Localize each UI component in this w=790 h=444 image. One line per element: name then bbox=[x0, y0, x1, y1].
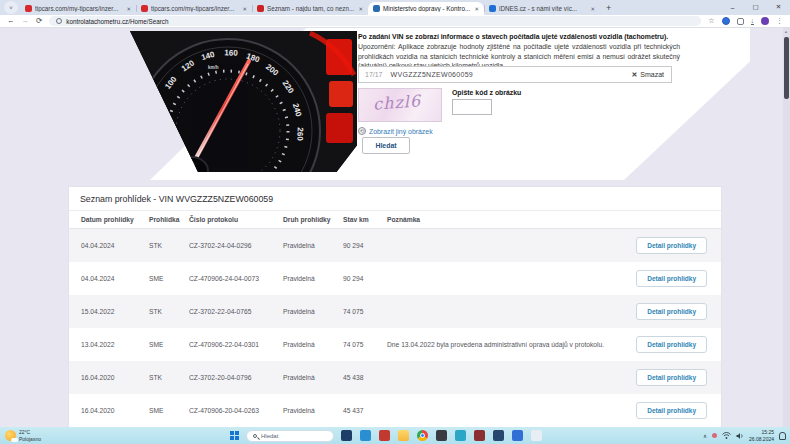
close-button[interactable]: ✕ bbox=[767, 0, 790, 14]
cell-station: STK bbox=[145, 361, 185, 394]
taskbar-center: Hledat bbox=[230, 430, 542, 442]
vin-info-heading: Po zadání VIN se zobrazí informace o sta… bbox=[358, 33, 680, 42]
tab-favicon bbox=[489, 5, 496, 12]
col-datum: Datum prohlídky bbox=[69, 211, 145, 229]
browser-tab-4[interactable]: Ministerstvo dopravy - Kontro...✕ bbox=[368, 2, 484, 15]
taskbar-search[interactable]: Hledat bbox=[246, 430, 334, 442]
refresh-captcha-link[interactable]: ⟲ Zobrazit jiný obrázek bbox=[358, 127, 433, 135]
cell-km: 45 438 bbox=[339, 361, 383, 394]
col-stav-km: Stav km bbox=[339, 211, 383, 229]
detail-prohlidky-button[interactable]: Detail prohlídky bbox=[636, 270, 707, 287]
volume-icon[interactable] bbox=[736, 432, 744, 440]
cell-note: Dne 13.04.2022 byla provedena administra… bbox=[383, 328, 625, 361]
taskbar-app-file-explorer-icon[interactable] bbox=[398, 430, 409, 441]
cell-station: SME bbox=[145, 328, 185, 361]
detail-prohlidky-button[interactable]: Detail prohlídky bbox=[636, 369, 707, 386]
notification-bell-icon[interactable] bbox=[779, 432, 786, 440]
downloads-icon[interactable]: ↓ bbox=[751, 17, 755, 25]
profile-avatar[interactable] bbox=[761, 17, 769, 25]
maximize-button[interactable]: ▢ bbox=[744, 0, 767, 14]
cell-kind: Pravidelná bbox=[279, 229, 339, 263]
cell-action: Detail prohlídky bbox=[625, 262, 721, 295]
cell-protocol: CZ-470906-22-04-0301 bbox=[185, 328, 279, 361]
col-druh: Druh prohlídky bbox=[279, 211, 339, 229]
page-scrollbar[interactable]: ▲ bbox=[783, 28, 790, 427]
col-prohlidka: Prohlídka bbox=[145, 211, 185, 229]
cell-date: 15.04.2022 bbox=[69, 295, 145, 328]
taskbar-app-light-app-icon[interactable] bbox=[531, 430, 542, 441]
browser-tab-2[interactable]: tipcars.com/my-tipcars/inzer...✕ bbox=[136, 2, 252, 15]
desktop: ˅ tipcars.com/my-tipcars/inzer...✕tipcar… bbox=[0, 0, 790, 444]
hledat-button[interactable]: Hledat bbox=[362, 137, 410, 154]
scrollbar-up-icon[interactable]: ▲ bbox=[784, 29, 788, 34]
captcha-input[interactable] bbox=[452, 99, 492, 115]
taskbar-app-teal-app-icon[interactable] bbox=[455, 430, 466, 441]
minimize-button[interactable]: – bbox=[721, 0, 744, 14]
detail-prohlidky-button[interactable]: Detail prohlídky bbox=[636, 237, 707, 254]
cell-kind: Pravidelná bbox=[279, 361, 339, 394]
taskbar-app-navy-app-icon[interactable] bbox=[341, 430, 352, 441]
bookmark-star-icon[interactable]: ☆ bbox=[708, 17, 714, 25]
detail-prohlidky-button[interactable]: Detail prohlídky bbox=[636, 402, 707, 419]
taskbar-app-maroon-app-icon[interactable] bbox=[474, 430, 485, 441]
browser-tab-1[interactable]: tipcars.com/my-tipcars/inzer...✕ bbox=[20, 2, 136, 15]
tab-title: iDNES.cz - s námi víte víc... bbox=[499, 5, 587, 12]
detail-prohlidky-button[interactable]: Detail prohlídky bbox=[636, 303, 707, 320]
forward-icon[interactable]: → bbox=[22, 17, 30, 25]
site-info-icon[interactable] bbox=[56, 18, 62, 24]
cell-protocol: CZ-3702-24-04-0296 bbox=[185, 229, 279, 263]
weather-widget[interactable]: 22°C Polojasno bbox=[0, 429, 41, 442]
extension-icon[interactable] bbox=[722, 17, 730, 25]
taskbar-app-edge-icon[interactable] bbox=[360, 430, 371, 441]
inspections-table-body: 04.04.2024STKCZ-3702-24-04-0296Pravideln… bbox=[69, 229, 721, 428]
cell-station: SME bbox=[145, 262, 185, 295]
back-icon[interactable]: ← bbox=[7, 17, 15, 25]
cell-action: Detail prohlídky bbox=[625, 394, 721, 427]
table-row: 04.04.2024STKCZ-3702-24-04-0296Pravideln… bbox=[69, 229, 721, 263]
taskbar-search-placeholder: Hledat bbox=[261, 433, 278, 439]
taskbar-app-grid-app-icon[interactable] bbox=[493, 430, 504, 441]
reload-icon[interactable]: ⟳ bbox=[36, 17, 42, 25]
wifi-icon[interactable] bbox=[722, 432, 731, 439]
taskbar-app-chrome-icon[interactable] bbox=[417, 430, 428, 441]
smazat-button[interactable]: ✕ Smazat bbox=[631, 71, 671, 79]
taskbar-app-blue-app-icon[interactable] bbox=[512, 430, 523, 441]
inspections-table: Datum prohlídky Prohlídka Číslo protokol… bbox=[69, 211, 721, 427]
tab-close-icon[interactable]: ✕ bbox=[358, 6, 363, 12]
tray-app-icon[interactable] bbox=[712, 433, 717, 438]
table-row: 16.04.2020SMECZ-470906-20-04-0263Pravide… bbox=[69, 394, 721, 427]
vin-char-counter: 17/17 bbox=[359, 71, 391, 78]
cell-note bbox=[383, 295, 625, 328]
captcha-code-text: chzl6 bbox=[372, 91, 421, 113]
tab-close-icon[interactable]: ✕ bbox=[474, 6, 479, 12]
cell-date: 16.04.2020 bbox=[69, 361, 145, 394]
tab-search-icon[interactable]: ˅ bbox=[4, 1, 18, 14]
weather-desc: Polojasno bbox=[19, 436, 41, 442]
window-controls: – ▢ ✕ bbox=[721, 0, 790, 14]
browser-tab-5[interactable]: iDNES.cz - s námi víte víc...✕ bbox=[484, 2, 600, 15]
speedometer-number: 260 bbox=[295, 127, 304, 141]
tab-close-icon[interactable]: ✕ bbox=[126, 6, 131, 12]
tab-close-icon[interactable]: ✕ bbox=[590, 6, 595, 12]
scrollbar-thumb[interactable] bbox=[784, 37, 789, 99]
tray-chevron-icon[interactable]: ∧ bbox=[703, 433, 707, 439]
cell-protocol: CZ-470906-24-04-0073 bbox=[185, 262, 279, 295]
tab-close-icon[interactable]: ✕ bbox=[242, 6, 247, 12]
address-bar[interactable]: kontrolatachometru.cz/Home/Search bbox=[49, 16, 701, 26]
taskbar-app-dark-app-icon[interactable] bbox=[436, 430, 447, 441]
browser-menu-icon[interactable]: ⋮ bbox=[776, 17, 783, 25]
taskbar-app-red-app-icon[interactable] bbox=[379, 430, 390, 441]
extensions-puzzle-icon[interactable] bbox=[737, 18, 744, 25]
detail-prohlidky-button[interactable]: Detail prohlídky bbox=[636, 336, 707, 353]
cell-km: 90 294 bbox=[339, 262, 383, 295]
browser-tab-3[interactable]: Seznam - najdu tam, co nezn...✕ bbox=[252, 2, 368, 15]
cell-protocol: CZ-3702-22-04-0765 bbox=[185, 295, 279, 328]
new-tab-button[interactable]: + bbox=[606, 3, 611, 13]
vin-input[interactable]: 17/17 WVGZZZ5NZEW060059 ✕ Smazat bbox=[358, 66, 672, 83]
tab-favicon bbox=[141, 5, 148, 12]
start-button[interactable] bbox=[230, 431, 239, 440]
clock-date: 26.08.2024 bbox=[749, 436, 774, 442]
table-header-row: Datum prohlídky Prohlídka Číslo protokol… bbox=[69, 211, 721, 229]
url-text: kontrolatachometru.cz/Home/Search bbox=[66, 18, 168, 25]
clock[interactable]: 15:25 26.08.2024 bbox=[749, 429, 774, 442]
